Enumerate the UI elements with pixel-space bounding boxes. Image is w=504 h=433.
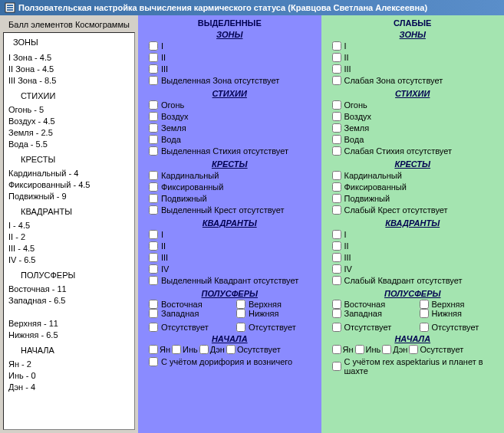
- list-item[interactable]: IV - 6.5: [8, 254, 130, 265]
- hemi-abs1-checkbox[interactable]: [149, 323, 158, 332]
- crosses-header: КРЕСТЫ: [144, 159, 315, 169]
- hemi-bot-checkbox[interactable]: [236, 309, 245, 318]
- element-3-checkbox[interactable]: [149, 135, 158, 144]
- list-item[interactable]: III - 4.5: [8, 243, 130, 254]
- zone-0-checkbox[interactable]: [332, 41, 341, 51]
- begin-abs-checkbox[interactable]: [409, 345, 418, 354]
- list-item[interactable]: Фиксированный - 4.5: [8, 179, 130, 190]
- list-item[interactable]: Нижняя - 6.5: [8, 330, 130, 340]
- hemi-abs1-label: Отсутствует: [161, 323, 209, 332]
- hemi-abs2-checkbox[interactable]: [420, 323, 429, 332]
- cross-1-label: Фиксированный: [161, 182, 223, 192]
- quadrant-2-label: III: [161, 252, 168, 263]
- svg-rect-1: [7, 5, 13, 6]
- element-0-checkbox[interactable]: [332, 100, 341, 110]
- cross-1-checkbox[interactable]: [149, 182, 158, 192]
- quadrant-1-label: II: [161, 241, 166, 251]
- element-1-label: Воздух: [344, 111, 372, 122]
- quadrant-absent-checkbox[interactable]: [332, 276, 341, 285]
- zone-1-checkbox[interactable]: [149, 53, 158, 62]
- begin-den-checkbox[interactable]: [199, 345, 209, 354]
- begin-in-checkbox[interactable]: [172, 345, 181, 354]
- hemis-header: ПОЛУСФЕРЫ: [144, 289, 315, 298]
- hemi-abs1-checkbox[interactable]: [332, 323, 341, 332]
- quadrant-2-checkbox[interactable]: [332, 253, 341, 262]
- begin-den-checkbox[interactable]: [382, 345, 391, 354]
- zone-2-checkbox[interactable]: [332, 64, 341, 74]
- quadrant-2-checkbox[interactable]: [149, 253, 158, 262]
- list-group-header: НАЧАЛА: [21, 345, 130, 356]
- list-item[interactable]: II Зона - 4.5: [8, 64, 130, 74]
- element-3-checkbox[interactable]: [332, 135, 341, 144]
- left-panel: Балл элементов Космограммы ЗОНЫ I Зона -…: [0, 15, 138, 433]
- list-item[interactable]: Земля - 2.5: [8, 127, 130, 138]
- element-2-checkbox[interactable]: [149, 123, 158, 133]
- zone-absent-checkbox[interactable]: [332, 76, 341, 85]
- list-item[interactable]: Ян - 2: [8, 359, 130, 369]
- hemi-abs2-checkbox[interactable]: [236, 323, 245, 332]
- list-item[interactable]: Огонь - 5: [8, 104, 130, 115]
- list-item[interactable]: Восточная - 11: [8, 284, 130, 294]
- list-item[interactable]: II - 2: [8, 231, 130, 242]
- element-1-checkbox[interactable]: [149, 112, 158, 121]
- quadrant-absent-checkbox[interactable]: [149, 276, 158, 285]
- quadrant-1-checkbox[interactable]: [332, 241, 341, 251]
- zone-absent-checkbox[interactable]: [149, 76, 158, 85]
- begin-in-checkbox[interactable]: [355, 345, 364, 354]
- bottom-option-checkbox[interactable]: [332, 362, 341, 371]
- list-item[interactable]: Воздух - 4.5: [8, 116, 130, 126]
- element-0-checkbox[interactable]: [149, 100, 158, 110]
- cross-1-checkbox[interactable]: [332, 182, 341, 192]
- element-2-checkbox[interactable]: [332, 123, 341, 133]
- hemi-east-checkbox[interactable]: [149, 300, 158, 309]
- zone-1-label: II: [344, 52, 349, 63]
- element-absent-checkbox[interactable]: [332, 146, 341, 156]
- list-item[interactable]: I Зона - 4.5: [8, 52, 130, 63]
- element-absent-checkbox[interactable]: [149, 146, 158, 156]
- element-2-label: Земля: [161, 123, 186, 133]
- cross-2-checkbox[interactable]: [149, 194, 158, 203]
- cross-0-checkbox[interactable]: [332, 171, 341, 180]
- hemi-west-checkbox[interactable]: [149, 309, 158, 318]
- quadrant-3-checkbox[interactable]: [149, 264, 158, 274]
- element-1-checkbox[interactable]: [332, 112, 341, 121]
- hemi-top-checkbox[interactable]: [236, 300, 245, 309]
- list-item[interactable]: Западная - 6.5: [8, 295, 130, 306]
- list-item[interactable]: Подвижный - 9: [8, 191, 130, 202]
- list-group-header: ПОЛУСФЕРЫ: [21, 270, 130, 280]
- zone-2-checkbox[interactable]: [149, 64, 158, 74]
- begin-yan-checkbox[interactable]: [149, 345, 158, 354]
- begin-yan-checkbox[interactable]: [332, 345, 341, 354]
- cross-0-checkbox[interactable]: [149, 171, 158, 180]
- bottom-option-label: С учётом дорифория и возничего: [161, 357, 292, 366]
- zone-1-checkbox[interactable]: [332, 53, 341, 62]
- hemi-east-checkbox[interactable]: [332, 300, 341, 309]
- bottom-option-label: С учётом rex aspektarius и планет в шахт…: [344, 357, 499, 376]
- element-absent-label: Выделенная Стихия отсутствует: [161, 146, 288, 156]
- begin-header: НАЧАЛА: [144, 334, 315, 343]
- quadrant-1-checkbox[interactable]: [149, 241, 158, 251]
- list-item[interactable]: [8, 307, 130, 317]
- list-item[interactable]: Инь - 0: [8, 370, 130, 381]
- cosmogram-listbox[interactable]: ЗОНЫ I Зона - 4.5II Зона - 4.5III Зона -…: [3, 32, 135, 430]
- quadrant-0-checkbox[interactable]: [149, 230, 158, 239]
- hemis-header: ПОЛУСФЕРЫ: [328, 289, 499, 298]
- hemi-west-checkbox[interactable]: [332, 309, 341, 318]
- cross-absent-checkbox[interactable]: [149, 205, 158, 215]
- list-item[interactable]: I - 4.5: [8, 220, 130, 231]
- hemi-bot-checkbox[interactable]: [420, 309, 429, 318]
- list-item[interactable]: Верхняя - 11: [8, 318, 130, 329]
- cross-absent-checkbox[interactable]: [332, 205, 341, 215]
- quadrant-3-checkbox[interactable]: [332, 264, 341, 274]
- list-item[interactable]: Дэн - 4: [8, 382, 130, 392]
- begin-abs-checkbox[interactable]: [226, 345, 236, 354]
- list-item[interactable]: Вода - 5.5: [8, 139, 130, 149]
- list-item[interactable]: Кардинальный - 4: [8, 168, 130, 179]
- zone-0-checkbox[interactable]: [149, 41, 158, 51]
- hemi-top-checkbox[interactable]: [420, 300, 429, 309]
- bottom-option-checkbox[interactable]: [149, 357, 158, 366]
- list-item[interactable]: III Зона - 8.5: [8, 75, 130, 86]
- quadrant-0-checkbox[interactable]: [332, 230, 341, 239]
- cross-absent-label: Слабый Крест отсутствует: [344, 205, 448, 215]
- cross-2-checkbox[interactable]: [332, 194, 341, 203]
